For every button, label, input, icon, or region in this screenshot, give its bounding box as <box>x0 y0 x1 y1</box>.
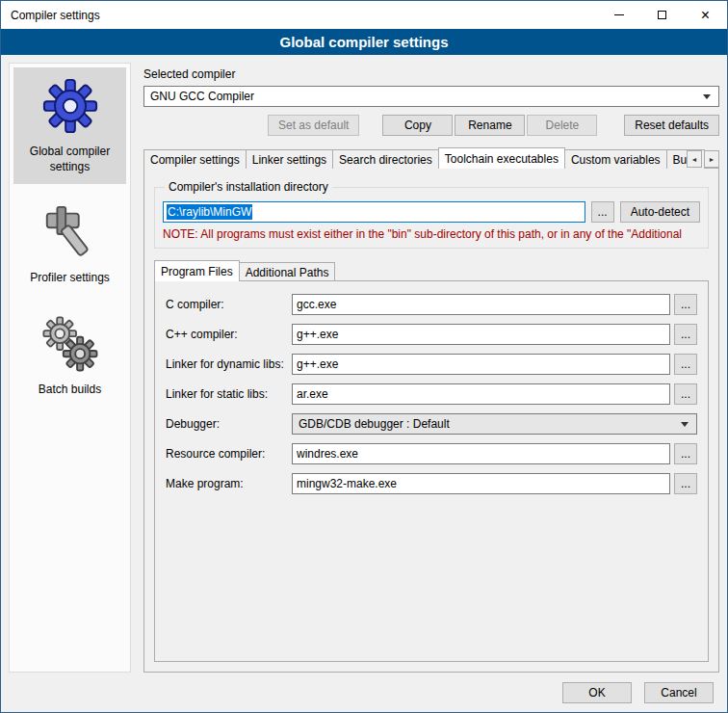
batch-builds-gears-icon <box>40 314 100 374</box>
bin-subdirectory-note: NOTE: All programs must exist either in … <box>163 227 700 241</box>
tab-compiler-settings[interactable]: Compiler settings <box>143 149 247 169</box>
dialog-header: Global compiler settings <box>1 29 727 55</box>
linker-dynamic-label: Linker for dynamic libs: <box>166 357 288 371</box>
browse-button[interactable]: ... <box>674 443 697 464</box>
browse-button[interactable]: ... <box>674 294 697 315</box>
selected-compiler-label: Selected compiler <box>143 67 719 81</box>
sidebar-item-batch-builds[interactable]: Batch builds <box>13 305 126 408</box>
browse-directory-button[interactable]: ... <box>591 201 614 223</box>
selected-compiler-dropdown[interactable]: GNU GCC Compiler <box>143 86 719 107</box>
debugger-value: GDB/CDB debugger : Default <box>299 417 675 431</box>
tab-additional-paths[interactable]: Additional Paths <box>239 262 336 281</box>
sidebar-item-label: Profiler settings <box>30 271 110 286</box>
tab-linker-settings[interactable]: Linker settings <box>246 149 333 169</box>
make-program-input[interactable] <box>292 473 670 494</box>
maximize-icon <box>658 11 666 19</box>
profiler-tool-icon <box>40 202 100 262</box>
rename-button[interactable]: Rename <box>455 115 525 136</box>
linker-dynamic-input[interactable] <box>292 354 670 375</box>
browse-button[interactable]: ... <box>674 354 697 375</box>
tab-label: Search directories <box>339 153 432 167</box>
c-compiler-input[interactable] <box>292 294 670 315</box>
tab-program-files[interactable]: Program Files <box>154 260 240 281</box>
close-icon: × <box>701 8 710 23</box>
sidebar-item-label: Global compiler settings <box>15 145 124 174</box>
titlebar: Compiler settings × <box>1 1 727 29</box>
tab-label: Compiler settings <box>150 153 240 167</box>
debugger-label: Debugger: <box>166 417 288 431</box>
settings-sidebar: Global compiler settings Profiler settin… <box>9 63 131 673</box>
close-button[interactable]: × <box>684 1 727 29</box>
reset-defaults-button[interactable]: Reset defaults <box>624 115 719 136</box>
program-files-tabstrip: Program Files Additional Paths <box>154 260 709 281</box>
compiler-actions: Set as default Copy Rename Delete Reset … <box>143 115 719 136</box>
tab-label: Linker settings <box>252 153 326 167</box>
toolchain-executables-panel: Compiler's installation directory C:\ray… <box>143 168 719 673</box>
set-as-default-button: Set as default <box>268 115 359 136</box>
cancel-button[interactable]: Cancel <box>644 682 714 703</box>
linker-static-label: Linker for static libs: <box>166 387 288 401</box>
blue-gear-icon <box>40 76 100 136</box>
sidebar-item-profiler-settings[interactable]: Profiler settings <box>13 194 126 296</box>
installation-directory-input[interactable]: C:\raylib\MinGW <box>163 201 585 223</box>
auto-detect-button[interactable]: Auto-detect <box>620 201 700 223</box>
selected-directory-text: C:\raylib\MinGW <box>167 204 252 220</box>
cpp-compiler-label: C++ compiler: <box>166 328 288 341</box>
make-program-label: Make program: <box>166 477 288 490</box>
c-compiler-label: C compiler: <box>166 298 288 311</box>
debugger-select[interactable]: GDB/CDB debugger : Default <box>292 413 697 435</box>
maximize-button[interactable] <box>640 1 684 29</box>
sidebar-item-global-compiler-settings[interactable]: Global compiler settings <box>13 67 126 184</box>
delete-button: Delete <box>527 115 597 136</box>
browse-button[interactable]: ... <box>674 324 697 345</box>
ok-button[interactable]: OK <box>562 682 632 703</box>
tab-label: Program Files <box>161 265 233 278</box>
minimize-button[interactable] <box>597 1 640 29</box>
tab-search-directories[interactable]: Search directories <box>332 149 439 169</box>
tab-label: Toolchain executables <box>445 152 559 166</box>
resource-compiler-input[interactable] <box>292 443 670 464</box>
cpp-compiler-input[interactable] <box>292 324 670 345</box>
selected-compiler-value: GNU GCC Compiler <box>150 90 697 103</box>
resource-compiler-label: Resource compiler: <box>166 447 288 461</box>
sidebar-item-label: Batch builds <box>39 383 101 398</box>
program-files-panel: C compiler: ... C++ compiler: ... Linker… <box>154 280 709 662</box>
browse-button[interactable]: ... <box>674 383 697 405</box>
dialog-footer: OK Cancel <box>1 673 727 712</box>
chevron-down-icon <box>703 94 711 99</box>
copy-button[interactable]: Copy <box>382 115 453 136</box>
window-title: Compiler settings <box>1 1 597 29</box>
tab-scroll-right-button[interactable]: ► <box>704 150 719 168</box>
tab-toolchain-executables[interactable]: Toolchain executables <box>438 147 565 169</box>
minimize-icon <box>614 14 624 15</box>
installation-directory-legend: Compiler's installation directory <box>165 180 332 194</box>
tab-custom-variables[interactable]: Custom variables <box>564 149 667 169</box>
tab-scroll-controls: ◄ ► <box>687 150 719 168</box>
compiler-settings-dialog: Compiler settings × Global compiler sett… <box>0 0 728 713</box>
tab-label: Additional Paths <box>246 266 329 279</box>
tab-scroll-left-button[interactable]: ◄ <box>687 150 702 168</box>
compiler-settings-tabstrip: Compiler settings Linker settings Search… <box>143 147 719 169</box>
linker-static-input[interactable] <box>292 383 670 405</box>
dialog-header-title: Global compiler settings <box>279 34 448 50</box>
installation-directory-group: Compiler's installation directory C:\ray… <box>154 180 709 249</box>
chevron-down-icon <box>681 422 689 427</box>
tab-label: Custom variables <box>571 153 661 167</box>
browse-button[interactable]: ... <box>674 473 697 494</box>
